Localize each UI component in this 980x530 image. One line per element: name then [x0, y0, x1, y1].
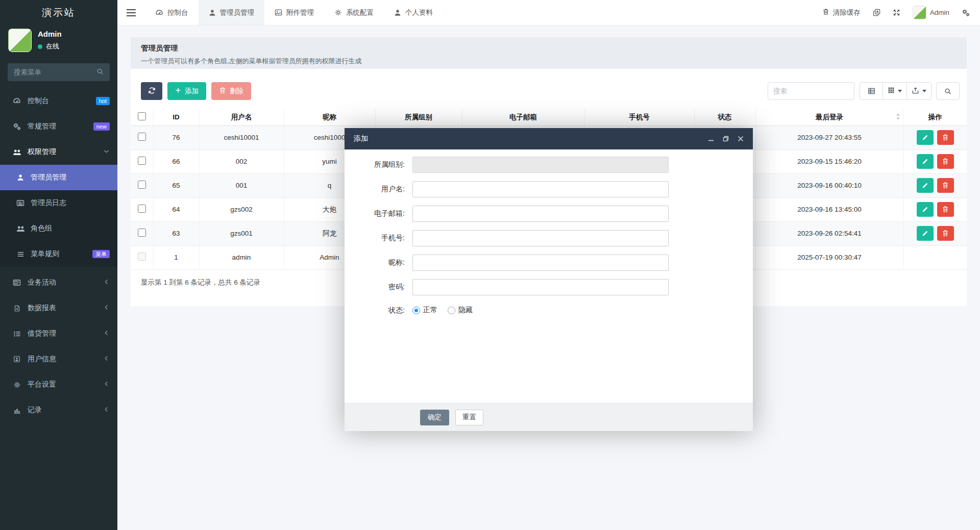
sidebar-item-role-group[interactable]: 角色组	[0, 216, 117, 241]
edit-button[interactable]	[917, 226, 934, 241]
form-input[interactable]	[412, 230, 669, 246]
delete-button[interactable]: 删除	[211, 82, 251, 100]
columns-button[interactable]	[883, 82, 907, 100]
form-input[interactable]	[412, 181, 669, 197]
radio-option-隐藏[interactable]: 隐藏	[448, 306, 473, 315]
tab-attachment[interactable]: 附件管理	[264, 0, 324, 25]
refresh-button[interactable]	[141, 82, 162, 100]
gear-icon	[334, 9, 342, 16]
sidebar-item-dashboard[interactable]: 控制台hot	[0, 88, 117, 114]
radio-icon[interactable]	[412, 307, 420, 314]
expand-arrows-icon	[893, 9, 900, 16]
sidebar-item-loan-manage[interactable]: 借贷管理	[0, 321, 117, 346]
sidebar-search-input[interactable]	[14, 68, 96, 76]
caret-down-icon	[898, 90, 902, 92]
radio-icon[interactable]	[448, 307, 455, 314]
row-checkbox[interactable]	[138, 157, 146, 165]
edit-button[interactable]	[917, 202, 934, 217]
tab-dashboard[interactable]: 控制台	[145, 0, 199, 25]
settings-cogs-icon[interactable]	[962, 9, 970, 17]
chevron-left-icon	[103, 304, 110, 312]
sidebar-item-user-info[interactable]: 用户信息	[0, 346, 117, 372]
close-icon[interactable]	[738, 136, 744, 142]
cell-last_login: 2023-09-27 20:43:55	[755, 125, 903, 149]
listul-icon	[11, 330, 22, 338]
row-checkbox-cell	[131, 197, 153, 221]
tab-label: 个人资料	[405, 8, 433, 17]
form-input[interactable]	[412, 255, 669, 271]
tab-system-config[interactable]: 系统配置	[324, 0, 384, 25]
bars-icon	[15, 250, 26, 258]
sidebar-item-menu-rule[interactable]: 菜单规则菜单	[0, 241, 117, 267]
menu-search-icon	[96, 68, 104, 75]
table-toolbar: 添加 删除	[131, 69, 967, 109]
delete-row-button[interactable]	[937, 178, 954, 193]
clear-cache-button[interactable]: 清除缓存	[822, 8, 861, 17]
sidebar-item-admin-manage[interactable]: 管理员管理	[0, 165, 117, 190]
add-button[interactable]: 添加	[167, 82, 206, 100]
common-search-button[interactable]	[936, 82, 960, 100]
row-checkbox-cell	[131, 125, 153, 149]
cell-last_login: 2025-07-19 00:30:47	[755, 245, 903, 269]
sort-icon[interactable]	[896, 113, 900, 121]
delete-row-button[interactable]	[937, 226, 954, 241]
language-icon[interactable]	[873, 9, 880, 16]
delete-row-button[interactable]	[937, 154, 954, 169]
sidebar-item-label: 角色组	[31, 224, 52, 233]
sidebar-item-record[interactable]: 记录	[0, 397, 117, 423]
user-menu[interactable]: Admin	[913, 6, 949, 19]
trash-icon	[822, 8, 829, 15]
chevron-down-icon	[103, 148, 110, 156]
column-header-最后登录[interactable]: 最后登录	[755, 109, 903, 125]
export-button[interactable]	[906, 82, 932, 100]
user-icon	[209, 9, 216, 16]
tab-profile[interactable]: 个人资料	[384, 0, 443, 25]
delete-row-button[interactable]	[937, 202, 954, 217]
reset-button[interactable]: 重置	[455, 410, 483, 425]
form-label: 密码:	[345, 283, 412, 292]
fullscreen-icon[interactable]	[893, 9, 900, 16]
tab-admin-manage[interactable]: 管理员管理	[199, 0, 265, 25]
sidebar-item-admin-log[interactable]: 管理员日志	[0, 190, 117, 216]
sidebar-item-business-activity[interactable]: 业务活动	[0, 270, 117, 295]
sidebar-item-data-report[interactable]: 数据报表	[0, 295, 117, 321]
edit-button[interactable]	[917, 154, 934, 169]
cell-username: gzs001	[199, 221, 284, 245]
hamburger-icon[interactable]	[117, 0, 145, 25]
avatar	[8, 29, 32, 52]
user-panel: Admin 在线	[0, 26, 117, 59]
edit-button[interactable]	[917, 178, 934, 193]
cell-operations	[903, 125, 967, 149]
column-header-所属组别: 所属组别	[375, 109, 462, 125]
toggle-view-button[interactable]	[860, 82, 883, 100]
select-all-checkbox[interactable]	[138, 112, 146, 120]
maximize-icon[interactable]	[723, 136, 729, 142]
row-checkbox[interactable]	[138, 229, 146, 237]
minimize-icon[interactable]	[708, 136, 714, 142]
form-label: 手机号:	[345, 234, 412, 243]
user-status: 在线	[38, 42, 62, 51]
delete-row-button[interactable]	[937, 130, 954, 145]
cell-id: 1	[153, 245, 199, 269]
edit-button[interactable]	[917, 130, 934, 145]
sidebar-item-auth-manage[interactable]: 权限管理	[0, 139, 117, 165]
idcard-icon	[11, 356, 22, 363]
tab-label: 系统配置	[346, 8, 374, 17]
page-subtitle: 一个管理员可以有多个角色组,左侧的菜单根据管理员所拥有的权限进行生成	[141, 57, 957, 66]
sidebar-item-general-manage[interactable]: 常规管理new	[0, 114, 117, 139]
cell-last_login: 2023-09-16 00:40:10	[755, 173, 903, 197]
header-checkbox-cell	[131, 109, 153, 125]
dialog-header: 添加	[345, 128, 753, 149]
sidebar-item-platform-setting[interactable]: 平台设置	[0, 372, 117, 397]
cell-id: 64	[153, 197, 199, 221]
form-input[interactable]	[412, 206, 669, 222]
cell-username: admin	[199, 245, 284, 269]
row-checkbox[interactable]	[138, 181, 146, 189]
row-checkbox[interactable]	[138, 133, 146, 141]
row-checkbox[interactable]	[138, 205, 146, 213]
radio-option-正常[interactable]: 正常	[412, 306, 437, 315]
form-input[interactable]	[412, 157, 669, 173]
confirm-button[interactable]: 确定	[420, 410, 449, 425]
table-search-input[interactable]	[768, 82, 854, 100]
form-input[interactable]	[412, 279, 669, 295]
